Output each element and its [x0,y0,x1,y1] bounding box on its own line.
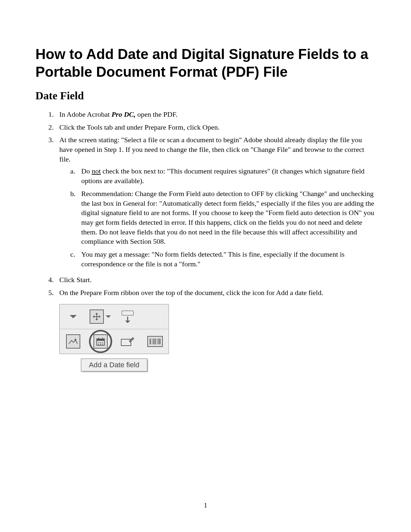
text-field-tool-icon [121,310,135,324]
substep-a: Do not check the box next to: "This docu… [81,166,376,185]
section-heading-date-field: Date Field [35,90,376,102]
steps-list: 1. In Adobe Acrobat Pro DC, open the PDF… [48,110,376,298]
signature-field-icon [121,336,135,347]
image-field-icon [66,334,80,349]
add-date-field-tooltip: Add a Date field [81,359,147,371]
svg-point-13 [102,344,103,345]
step-marker-5: 5. [48,288,59,298]
svg-rect-2 [122,311,133,315]
date-field-highlight-circle [89,330,112,353]
svg-rect-5 [97,339,104,341]
move-tool-icon [90,310,104,324]
page-number: 1 [0,501,411,509]
step-marker-3: 3. [48,135,59,272]
step-2: Click the Tools tab and under Prepare Fo… [59,123,376,132]
substep-marker-c: c. [70,250,81,269]
svg-rect-14 [121,339,131,346]
substep-marker-b: b. [70,189,81,246]
step-marker-2: 2. [48,123,59,132]
svg-point-8 [98,342,99,343]
step-1: In Adobe Acrobat Pro DC, open the PDF. [59,110,376,119]
svg-point-12 [100,344,101,345]
chevron-down-icon [70,314,77,319]
step-4: Click Start. [59,275,376,285]
prepare-form-ribbon-figure: Add a Date field [59,304,169,371]
date-field-icon [93,334,108,349]
substep-c: You may get a message: "No form fields d… [81,250,376,269]
substeps-list: a. Do not check the box next to: "This d… [70,166,376,269]
substep-b: Recommendation: Change the Form Field au… [81,189,376,246]
svg-point-11 [98,344,99,345]
step-5: On the Prepare Form ribbon over the top … [59,288,376,298]
svg-point-3 [75,339,76,340]
svg-marker-1 [106,315,111,318]
substep-marker-a: a. [70,166,81,185]
step-marker-4: 4. [48,275,59,285]
step-3: At the screen stating: "Select a file or… [59,135,376,272]
page-title: How to Add Date and Digital Signature Fi… [35,45,376,81]
svg-point-10 [102,342,103,343]
barcode-field-icon [147,336,163,347]
ribbon-toolbar [59,304,169,354]
chevron-down-icon [106,315,111,319]
svg-point-9 [100,342,101,343]
step-marker-1: 1. [48,110,59,119]
svg-marker-0 [70,315,77,318]
